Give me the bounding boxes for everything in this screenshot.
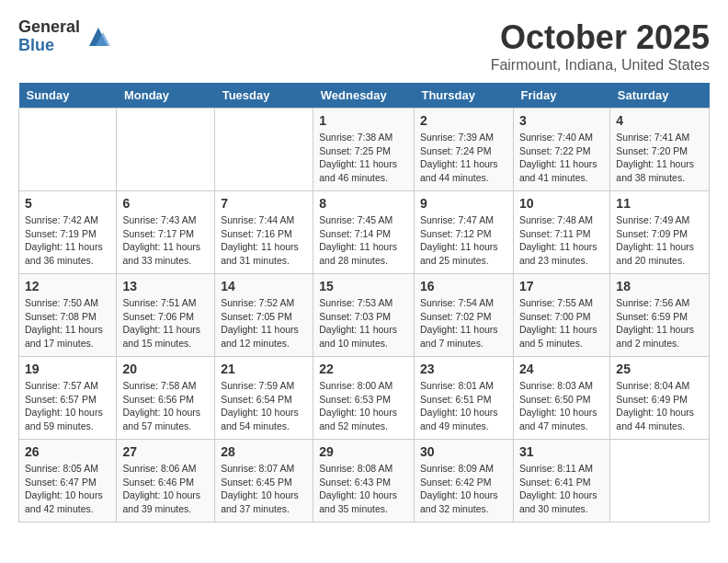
logo-icon [85, 23, 112, 51]
calendar-table: SundayMondayTuesdayWednesdayThursdayFrid… [18, 83, 710, 523]
calendar-cell: 13Sunrise: 7:51 AM Sunset: 7:06 PM Dayli… [117, 274, 215, 357]
calendar-cell: 8Sunrise: 7:45 AM Sunset: 7:14 PM Daylig… [313, 191, 415, 274]
day-number: 30 [420, 444, 507, 459]
calendar-cell: 16Sunrise: 7:54 AM Sunset: 7:02 PM Dayli… [414, 274, 513, 357]
day-number: 17 [519, 279, 604, 293]
day-info: Sunrise: 8:03 AM Sunset: 6:50 PM Dayligh… [519, 379, 604, 433]
calendar-cell: 30Sunrise: 8:09 AM Sunset: 6:42 PM Dayli… [414, 440, 513, 523]
location-title: Fairmount, Indiana, United States [491, 57, 710, 74]
calendar-cell: 26Sunrise: 8:05 AM Sunset: 6:47 PM Dayli… [19, 440, 117, 523]
calendar-cell: 21Sunrise: 7:59 AM Sunset: 6:54 PM Dayli… [215, 357, 313, 440]
calendar-cell [215, 109, 313, 191]
day-number: 6 [122, 196, 209, 211]
calendar-cell: 29Sunrise: 8:08 AM Sunset: 6:43 PM Dayli… [313, 440, 415, 523]
day-number: 8 [319, 196, 408, 211]
day-info: Sunrise: 8:07 AM Sunset: 6:45 PM Dayligh… [221, 462, 307, 516]
day-info: Sunrise: 8:06 AM Sunset: 6:46 PM Dayligh… [122, 462, 209, 516]
day-number: 7 [221, 196, 307, 211]
day-number: 12 [25, 279, 110, 293]
day-info: Sunrise: 8:09 AM Sunset: 6:42 PM Dayligh… [420, 462, 507, 516]
day-number: 15 [319, 279, 408, 293]
day-info: Sunrise: 8:04 AM Sunset: 6:49 PM Dayligh… [616, 379, 703, 433]
day-info: Sunrise: 7:38 AM Sunset: 7:25 PM Dayligh… [319, 131, 408, 185]
calendar-cell: 28Sunrise: 8:07 AM Sunset: 6:45 PM Dayli… [215, 440, 313, 523]
day-info: Sunrise: 7:49 AM Sunset: 7:09 PM Dayligh… [616, 213, 703, 268]
week-row-4: 19Sunrise: 7:57 AM Sunset: 6:57 PM Dayli… [19, 357, 710, 440]
calendar-cell: 4Sunrise: 7:41 AM Sunset: 7:20 PM Daylig… [610, 109, 710, 191]
calendar-cell: 23Sunrise: 8:01 AM Sunset: 6:51 PM Dayli… [414, 357, 513, 440]
calendar-cell: 27Sunrise: 8:06 AM Sunset: 6:46 PM Dayli… [117, 440, 215, 523]
calendar-cell [610, 440, 710, 523]
day-number: 29 [319, 444, 408, 459]
day-number: 20 [122, 362, 209, 376]
header-monday: Monday [117, 83, 215, 109]
day-info: Sunrise: 7:48 AM Sunset: 7:11 PM Dayligh… [519, 213, 604, 268]
month-title: October 2025 [491, 18, 710, 57]
day-info: Sunrise: 7:56 AM Sunset: 6:59 PM Dayligh… [616, 296, 703, 350]
calendar-cell: 6Sunrise: 7:43 AM Sunset: 7:17 PM Daylig… [117, 191, 215, 274]
calendar-cell: 3Sunrise: 7:40 AM Sunset: 7:22 PM Daylig… [513, 109, 609, 191]
day-number: 26 [25, 444, 110, 459]
calendar-cell: 25Sunrise: 8:04 AM Sunset: 6:49 PM Dayli… [610, 357, 710, 440]
header-wednesday: Wednesday [313, 83, 415, 109]
day-number: 25 [616, 362, 703, 376]
day-info: Sunrise: 7:54 AM Sunset: 7:02 PM Dayligh… [420, 296, 507, 350]
day-info: Sunrise: 7:42 AM Sunset: 7:19 PM Dayligh… [25, 213, 110, 268]
day-number: 24 [519, 362, 604, 376]
day-number: 18 [616, 279, 703, 293]
calendar-cell: 12Sunrise: 7:50 AM Sunset: 7:08 PM Dayli… [19, 274, 117, 357]
day-number: 10 [519, 196, 604, 211]
header-friday: Friday [513, 83, 609, 109]
page-header: General Blue October 2025 Fairmount, Ind… [18, 18, 710, 74]
calendar-cell: 14Sunrise: 7:52 AM Sunset: 7:05 PM Dayli… [215, 274, 313, 357]
calendar-cell: 11Sunrise: 7:49 AM Sunset: 7:09 PM Dayli… [610, 191, 710, 274]
calendar-cell [19, 109, 117, 191]
day-info: Sunrise: 7:41 AM Sunset: 7:20 PM Dayligh… [616, 131, 703, 185]
day-info: Sunrise: 7:53 AM Sunset: 7:03 PM Dayligh… [319, 296, 408, 350]
day-info: Sunrise: 8:05 AM Sunset: 6:47 PM Dayligh… [25, 462, 110, 516]
day-info: Sunrise: 7:44 AM Sunset: 7:16 PM Dayligh… [221, 213, 307, 268]
day-info: Sunrise: 7:39 AM Sunset: 7:24 PM Dayligh… [420, 131, 507, 185]
day-number: 21 [221, 362, 307, 376]
day-number: 27 [122, 444, 209, 459]
day-number: 11 [616, 196, 703, 211]
day-info: Sunrise: 8:01 AM Sunset: 6:51 PM Dayligh… [420, 379, 507, 433]
day-info: Sunrise: 7:47 AM Sunset: 7:12 PM Dayligh… [420, 213, 507, 268]
calendar-cell: 15Sunrise: 7:53 AM Sunset: 7:03 PM Dayli… [313, 274, 415, 357]
calendar-cell: 9Sunrise: 7:47 AM Sunset: 7:12 PM Daylig… [414, 191, 513, 274]
day-number: 23 [420, 362, 507, 376]
header-tuesday: Tuesday [215, 83, 313, 109]
calendar-cell: 22Sunrise: 8:00 AM Sunset: 6:53 PM Dayli… [313, 357, 415, 440]
day-number: 2 [420, 113, 507, 128]
calendar-cell: 19Sunrise: 7:57 AM Sunset: 6:57 PM Dayli… [19, 357, 117, 440]
day-info: Sunrise: 7:55 AM Sunset: 7:00 PM Dayligh… [519, 296, 604, 350]
day-info: Sunrise: 7:57 AM Sunset: 6:57 PM Dayligh… [25, 379, 110, 433]
day-number: 19 [25, 362, 110, 376]
logo-general: General [18, 18, 80, 37]
day-info: Sunrise: 7:58 AM Sunset: 6:56 PM Dayligh… [122, 379, 209, 433]
day-info: Sunrise: 8:11 AM Sunset: 6:41 PM Dayligh… [519, 462, 604, 516]
header-row: SundayMondayTuesdayWednesdayThursdayFrid… [19, 83, 710, 109]
title-section: October 2025 Fairmount, Indiana, United … [491, 18, 710, 74]
header-saturday: Saturday [610, 83, 710, 109]
day-number: 5 [25, 196, 110, 211]
week-row-5: 26Sunrise: 8:05 AM Sunset: 6:47 PM Dayli… [19, 440, 710, 523]
header-sunday: Sunday [19, 83, 117, 109]
week-row-3: 12Sunrise: 7:50 AM Sunset: 7:08 PM Dayli… [19, 274, 710, 357]
calendar-cell: 1Sunrise: 7:38 AM Sunset: 7:25 PM Daylig… [313, 109, 415, 191]
day-number: 14 [221, 279, 307, 293]
day-info: Sunrise: 7:59 AM Sunset: 6:54 PM Dayligh… [221, 379, 307, 433]
calendar-cell: 17Sunrise: 7:55 AM Sunset: 7:00 PM Dayli… [513, 274, 609, 357]
header-thursday: Thursday [414, 83, 513, 109]
week-row-1: 1Sunrise: 7:38 AM Sunset: 7:25 PM Daylig… [19, 109, 710, 191]
logo-blue: Blue [18, 37, 80, 55]
calendar-cell [117, 109, 215, 191]
day-info: Sunrise: 8:08 AM Sunset: 6:43 PM Dayligh… [319, 462, 408, 516]
day-info: Sunrise: 7:45 AM Sunset: 7:14 PM Dayligh… [319, 213, 408, 268]
day-info: Sunrise: 7:50 AM Sunset: 7:08 PM Dayligh… [25, 296, 110, 350]
day-number: 4 [616, 113, 703, 128]
day-number: 16 [420, 279, 507, 293]
day-number: 22 [319, 362, 408, 376]
day-info: Sunrise: 7:51 AM Sunset: 7:06 PM Dayligh… [122, 296, 209, 350]
calendar-cell: 18Sunrise: 7:56 AM Sunset: 6:59 PM Dayli… [610, 274, 710, 357]
